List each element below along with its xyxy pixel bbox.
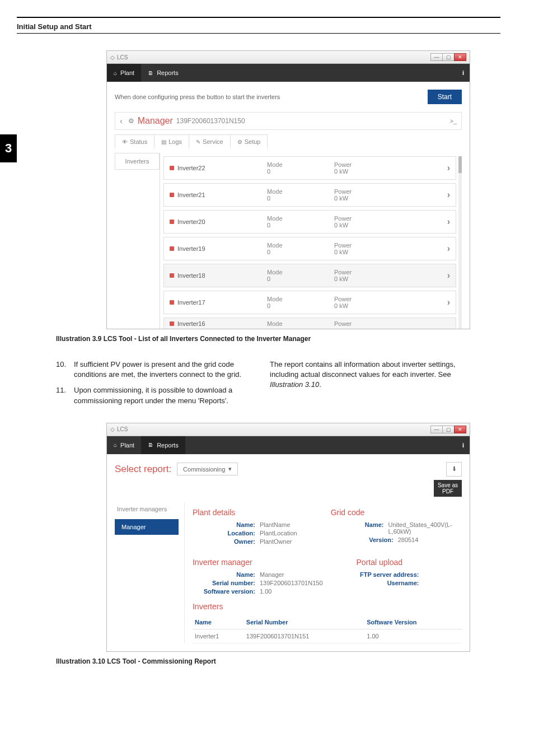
kv-row: Software version:1.00: [193, 588, 323, 595]
book-icon: ▤: [161, 139, 166, 145]
subtabs: 👁 Status ▤ Logs ✎ Service ⚙ Setup: [115, 134, 462, 148]
kv-row: Serial number:139F2006013701N150: [193, 580, 323, 586]
right-col: The report contains all information abou…: [270, 360, 461, 412]
tab-status-label: Status: [130, 138, 147, 145]
chevron-right-icon: ›: [447, 163, 450, 173]
nav-plant-2[interactable]: ⌂ Plant: [107, 436, 141, 454]
gear-icon: ⚙: [237, 139, 242, 145]
app-navbar-2: ⌂ Plant 🗎 Reports i: [107, 436, 470, 454]
inverter-row[interactable]: Inverter22Mode0Power0 kW›: [163, 156, 456, 180]
minimize-button[interactable]: —: [430, 53, 443, 61]
inverter-row[interactable]: Inverter16ModePower: [163, 318, 456, 329]
inverter-name: Inverter17: [177, 299, 267, 306]
chapter-badge: 3: [0, 134, 17, 162]
nav-reports-2[interactable]: 🗎 Reports: [141, 436, 185, 454]
scrollbar-track[interactable]: [458, 156, 462, 329]
right-text-ref: Illustration 3.10: [270, 380, 319, 389]
power-col: Power0 kW: [334, 188, 401, 202]
inverter-name: Inverter22: [177, 165, 267, 171]
body-two-col: 10. If sufficient PV power is present an…: [56, 360, 461, 412]
side-title: Inverter managers: [115, 502, 179, 516]
terminal-icon[interactable]: >_: [449, 118, 457, 124]
kv-row: Username:: [357, 580, 462, 586]
kv-value: Manager: [260, 571, 284, 578]
chevron-right-icon: ›: [447, 270, 450, 281]
mode-col: Mode0: [267, 188, 334, 202]
nav-info[interactable]: i: [462, 69, 470, 76]
inverter-layout: Inverters Inverter22Mode0Power0 kW›Inver…: [115, 153, 462, 329]
kv-key: FTP server address:: [357, 571, 424, 578]
file-icon: 🗎: [148, 70, 153, 76]
kv-key: Serial number:: [193, 580, 260, 586]
nav-info-2[interactable]: i: [462, 442, 470, 449]
kv-row: Owner:PlantOwner: [193, 538, 297, 545]
left-col: 10. If sufficient PV power is present an…: [56, 360, 247, 412]
status-dot-icon: [170, 246, 174, 251]
tab-logs[interactable]: ▤ Logs: [154, 134, 189, 148]
sidebar-item-manager[interactable]: Manager: [115, 519, 179, 535]
illustration-3-9-caption: Illustration 3.9 LCS Tool - List of all …: [56, 335, 500, 343]
select-report-label: Select report:: [115, 464, 171, 475]
report-type-dropdown[interactable]: Commissioning ▾: [177, 463, 238, 475]
inverter-name: Inverter20: [177, 218, 267, 225]
scrollbar-thumb[interactable]: [458, 156, 462, 173]
mode-col: Mode: [267, 320, 334, 327]
report-body: Select report: Commissioning ▾ ⬇ Save as…: [107, 454, 470, 651]
tab-status[interactable]: 👁 Status: [115, 134, 154, 148]
minimize-button[interactable]: —: [430, 426, 443, 433]
mode-col: Mode0: [267, 215, 334, 228]
inverter-name: Inverter19: [177, 245, 267, 252]
maximize-button[interactable]: ▢: [442, 53, 455, 61]
status-dot-icon: [170, 193, 174, 197]
step-10-num: 10.: [56, 360, 74, 380]
window-controls: —▢✕: [431, 53, 466, 61]
power-col: Power0 kW: [334, 161, 401, 175]
window-controls-2: —▢✕: [431, 426, 466, 433]
mode-col: Mode0: [267, 161, 334, 175]
back-chevron-icon[interactable]: ‹: [120, 116, 123, 125]
kv-value: 139F2006013701N150: [260, 580, 323, 586]
nav-reports[interactable]: 🗎 Reports: [141, 64, 185, 82]
inverter-row[interactable]: Inverter17Mode0Power0 kW›: [163, 291, 456, 314]
file-icon: 🗎: [148, 442, 153, 448]
manager-row[interactable]: ‹ ⚙ Manager 139F2006013701N150 >_: [115, 112, 462, 130]
home-icon: ⌂: [114, 70, 117, 76]
step-11: 11. Upon commissioning, it is possible t…: [56, 385, 247, 405]
tab-logs-label: Logs: [168, 138, 182, 145]
nav-plant[interactable]: ⌂ Plant: [107, 64, 141, 82]
status-dot-icon: [170, 220, 174, 224]
tab-setup-label: Setup: [245, 138, 261, 145]
status-dot-icon: [170, 321, 174, 326]
download-button[interactable]: ⬇: [446, 462, 462, 477]
report-side: Inverter managers Manager: [115, 502, 179, 643]
close-button[interactable]: ✕: [454, 426, 466, 433]
step-10: 10. If sufficient PV power is present an…: [56, 360, 247, 380]
tab-setup[interactable]: ⚙ Setup: [230, 134, 268, 148]
td-sw: 1.00: [364, 629, 462, 643]
inverter-row[interactable]: Inverter21Mode0Power0 kW›: [163, 183, 456, 207]
kv-key: Name:: [193, 571, 260, 578]
start-button[interactable]: Start: [428, 90, 462, 104]
chevron-right-icon: ›: [447, 244, 450, 254]
nav-reports-label: Reports: [157, 69, 179, 76]
select-report-row: Select report: Commissioning ▾ ⬇: [115, 462, 462, 477]
save-as-pdf-button[interactable]: Save as PDF: [434, 480, 462, 497]
inverter-row[interactable]: Inverter19Mode0Power0 kW›: [163, 237, 456, 260]
inverter-row[interactable]: Inverter18Mode0Power0 kW›: [163, 264, 456, 287]
window-title: LCS: [117, 54, 128, 60]
grid-code-title: Grid code: [331, 508, 462, 517]
kv-row: FTP server address:: [357, 571, 462, 578]
inverters-section-title: Inverters: [193, 602, 462, 611]
power-col: Power0 kW: [334, 296, 401, 309]
maximize-button[interactable]: ▢: [442, 426, 455, 433]
sidetab-inverters[interactable]: Inverters: [115, 153, 160, 170]
mode-col: Mode0: [267, 242, 334, 255]
tab-service[interactable]: ✎ Service: [189, 134, 231, 148]
section-title: Initial Setup and Start: [17, 22, 500, 31]
inverter-row[interactable]: Inverter20Mode0Power0 kW›: [163, 210, 456, 234]
plant-details-title: Plant details: [193, 508, 297, 517]
chevron-down-icon: ▾: [228, 465, 232, 473]
close-button[interactable]: ✕: [454, 53, 466, 61]
lcs-inverters-window: ◇ LCS —▢✕ ⌂ Plant 🗎 Reports i When done …: [106, 50, 470, 329]
save-pdf-l2: PDF: [437, 488, 458, 494]
